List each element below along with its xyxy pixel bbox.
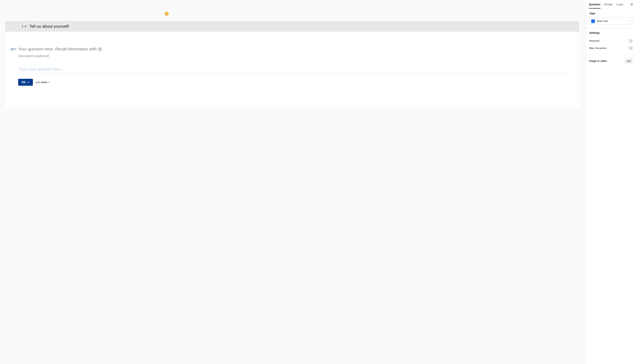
properties-sidebar: Question Design Logic Type Short Text Se… [586, 0, 636, 364]
tab-logic[interactable]: Logic [616, 3, 624, 8]
max-characters-row: Max characters [589, 44, 633, 52]
arrow-right-icon [24, 25, 26, 28]
group-header[interactable]: 1 Tell us about yourself! [5, 21, 579, 32]
group-number-indicator: 1 [22, 24, 26, 28]
type-label: Type [589, 12, 633, 15]
tab-question[interactable]: Question [589, 3, 600, 8]
toggle-knob [627, 40, 630, 42]
toggle-knob [627, 47, 630, 50]
question-number-indicator: 1b [10, 47, 16, 51]
group-number-text: 1 [22, 24, 24, 28]
required-label: Required [589, 40, 600, 42]
media-section: Image or video Add [586, 55, 636, 67]
check-icon [27, 81, 30, 84]
media-label: Image or video [589, 60, 607, 62]
canvas-area: 1 Tell us about yourself! 1b Your questi… [0, 0, 586, 364]
ok-row: OK press Enter ↵ [18, 79, 571, 86]
question-number-text: 1b [10, 47, 14, 51]
question-card: 1 Tell us about yourself! 1b Your questi… [5, 21, 579, 108]
question-description-input[interactable]: Description (optional) [18, 54, 571, 58]
max-characters-label: Max characters [589, 47, 606, 50]
ok-button[interactable]: OK [18, 79, 33, 86]
settings-label: Settings [589, 32, 633, 34]
press-key: Enter [42, 81, 48, 84]
ok-button-label: OK [22, 80, 26, 84]
question-block: 1b Your question here. Recall informatio… [5, 32, 579, 86]
type-section: Type Short Text [586, 9, 636, 28]
max-characters-toggle[interactable] [627, 46, 633, 50]
enter-symbol-icon: ↵ [48, 81, 50, 84]
tab-design[interactable]: Design [604, 3, 613, 8]
press-enter-hint: press Enter ↵ [36, 81, 50, 84]
tab-settings-gear[interactable] [630, 3, 633, 8]
answer-input[interactable] [18, 67, 571, 74]
question-title-input[interactable]: Your question here. Recall information w… [18, 46, 571, 52]
type-selector[interactable]: Short Text [589, 18, 633, 25]
required-row: Required [589, 37, 633, 44]
required-toggle[interactable] [627, 39, 633, 42]
press-text: press [36, 81, 42, 84]
arrow-right-icon [14, 48, 16, 51]
sidebar-tabs: Question Design Logic [586, 0, 636, 9]
group-title[interactable]: Tell us about yourself! [29, 24, 575, 29]
chevron-down-icon [629, 20, 631, 22]
gear-icon [630, 3, 633, 6]
type-selected-text: Short Text [597, 20, 608, 23]
short-text-icon [591, 19, 595, 23]
add-media-button[interactable]: Add [625, 58, 633, 64]
settings-section: Settings Required Max characters [586, 28, 636, 55]
